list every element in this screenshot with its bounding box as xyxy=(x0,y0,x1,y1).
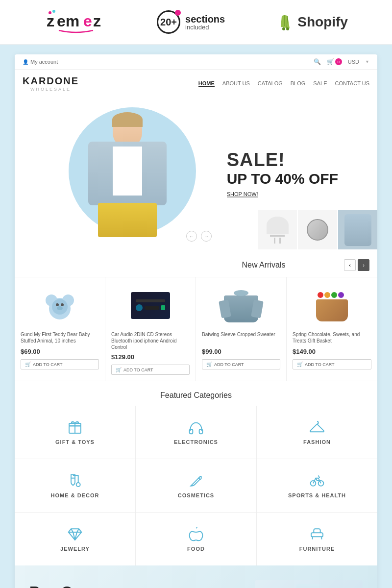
brush-icon xyxy=(188,473,204,489)
store-topbar: 👤 My account 🔍 🛒 0 USD ▼ xyxy=(15,54,377,70)
category-jewelry[interactable]: JEWELRY xyxy=(15,513,135,565)
top-banner: z em e z 20+ sections included Shopify xyxy=(0,0,392,45)
nav-blog[interactable]: BLOG xyxy=(291,80,306,87)
product-img-2 xyxy=(202,283,280,327)
category-cosmetics-label: COSMETICS xyxy=(178,492,214,498)
cart-icon-2: 🛒 xyxy=(206,362,212,367)
product-card-1: Car Audio 2DIN CD Stereos Bluetooth ipod… xyxy=(105,277,196,381)
categories-grid: GIFT & TOYS ELECTRONICS xyxy=(15,406,377,565)
zemes-logo: z em e z xyxy=(44,9,108,35)
product-price-0: $69.00 xyxy=(21,348,99,355)
add-to-cart-2[interactable]: 🛒 ADD TO CART xyxy=(202,359,280,369)
cart-icon-1: 🛒 xyxy=(116,367,122,372)
account-area[interactable]: 👤 My account xyxy=(23,59,58,65)
promo-banner: Buy One Get One FREE SHOP NOW xyxy=(15,565,377,588)
category-fashion[interactable]: FASHION xyxy=(257,406,377,459)
nav-home[interactable]: HOME xyxy=(198,80,215,87)
category-furniture[interactable]: FURNITURE xyxy=(257,513,377,565)
svg-point-4 xyxy=(49,11,51,14)
category-fashion-label: FASHION xyxy=(303,439,331,445)
svg-text:z: z xyxy=(47,12,54,30)
svg-point-19 xyxy=(76,483,80,487)
cart-count: 0 xyxy=(335,58,342,65)
svg-rect-18 xyxy=(199,429,203,434)
furniture-icon xyxy=(309,526,325,542)
category-food[interactable]: FOOD xyxy=(136,513,256,565)
hanger-icon xyxy=(309,419,325,435)
category-home-decor-label: HOME & DECOR xyxy=(51,492,99,498)
hero-prev-arrow[interactable]: ← xyxy=(186,231,197,242)
hero-arrows: ← → xyxy=(186,231,212,242)
nav-catalog[interactable]: CATALOG xyxy=(258,80,283,87)
product-card-0: Gund My First Teddy Bear Baby Stuffed An… xyxy=(15,277,105,381)
cart-icon-3: 🛒 xyxy=(297,362,303,367)
hero-thumb-chair[interactable] xyxy=(258,210,297,249)
add-to-cart-0[interactable]: 🛒 ADD TO CART xyxy=(21,359,99,369)
svg-point-6 xyxy=(282,27,285,30)
add-to-cart-3[interactable]: 🛒 ADD TO CART xyxy=(293,359,371,369)
category-jewelry-label: JEWELRY xyxy=(60,546,90,552)
category-home-decor[interactable]: HOME & DECOR xyxy=(15,459,135,512)
nav-sale[interactable]: SALE xyxy=(313,80,327,87)
product-img-3 xyxy=(293,283,371,327)
hero-next-arrow[interactable]: → xyxy=(201,231,212,242)
category-electronics[interactable]: ELECTRONICS xyxy=(136,406,256,459)
category-food-label: FOOD xyxy=(187,546,205,552)
nav-contact[interactable]: CONTACT US xyxy=(335,80,370,87)
store-nav: KARDONE WHOLESALE HOME ABOUT US CATALOG … xyxy=(15,70,377,98)
product-card-2: Batwing Sleeve Cropped Sweater $99.00 🛒 … xyxy=(196,277,287,381)
svg-point-14 xyxy=(57,306,63,310)
currency-selector[interactable]: USD xyxy=(348,59,359,65)
bike-icon xyxy=(309,473,325,489)
product-name-3: Spring Chocolate, Sweets, and Treats Gif… xyxy=(293,331,371,345)
brand-logo: KARDONE WHOLESALE xyxy=(23,75,79,92)
svg-point-21 xyxy=(318,481,324,486)
paint-icon xyxy=(67,473,83,489)
account-label: My account xyxy=(30,59,58,65)
promo-image xyxy=(255,580,363,588)
svg-rect-17 xyxy=(190,429,193,434)
category-sports-health-label: SPORTS & HEALTH xyxy=(288,492,346,498)
svg-point-12 xyxy=(56,303,59,306)
add-to-cart-1[interactable]: 🛒 ADD TO CART xyxy=(111,365,190,375)
product-price-2: $99.00 xyxy=(202,348,280,355)
category-electronics-label: ELECTRONICS xyxy=(174,439,218,445)
cart-button[interactable]: 🛒 0 xyxy=(327,58,342,65)
promo-heading: Buy One Get One FREE xyxy=(29,583,130,588)
svg-point-5 xyxy=(52,10,55,13)
category-gift-toys[interactable]: GIFT & TOYS xyxy=(15,406,135,459)
hero-thumb-speaker[interactable] xyxy=(298,210,337,249)
nav-links: HOME ABOUT US CATALOG BLOG SALE CONTACT … xyxy=(198,80,369,87)
arrivals-prev-btn[interactable]: ‹ xyxy=(344,259,356,271)
category-cosmetics[interactable]: COSMETICS xyxy=(136,459,256,512)
promo-text: Buy One Get One FREE SHOP NOW xyxy=(29,583,130,588)
featured-categories-title: Featured Categories xyxy=(15,381,377,406)
product-name-2: Batwing Sleeve Cropped Sweater xyxy=(202,331,280,345)
hero-model-image xyxy=(71,102,184,245)
svg-text:e: e xyxy=(83,12,92,30)
search-icon[interactable]: 🔍 xyxy=(314,58,321,65)
hero-cta-button[interactable]: SHOP NOW! xyxy=(227,191,258,197)
svg-rect-22 xyxy=(311,533,323,537)
product-card-3: Spring Chocolate, Sweets, and Treats Gif… xyxy=(287,277,377,381)
svg-point-13 xyxy=(61,303,64,306)
featured-categories-section: Featured Categories GIFT & TOYS xyxy=(15,381,377,565)
svg-point-20 xyxy=(311,481,316,486)
new-arrivals-header: New Arrivals ‹ › xyxy=(15,249,377,277)
product-price-1: $129.00 xyxy=(111,353,190,361)
arrivals-next-btn[interactable]: › xyxy=(358,259,369,271)
product-img-1 xyxy=(111,283,190,327)
hero-thumb-jacket[interactable] xyxy=(338,210,377,249)
shopify-logo: Shopify xyxy=(274,12,348,32)
product-name-1: Car Audio 2DIN CD Stereos Bluetooth ipod… xyxy=(111,331,190,350)
sections-badge: 20+ sections included xyxy=(157,10,225,34)
category-gift-toys-label: GIFT & TOYS xyxy=(55,439,95,445)
store-card: 👤 My account 🔍 🛒 0 USD ▼ KARDONE WHOLESA… xyxy=(15,54,377,588)
nav-about[interactable]: ABOUT US xyxy=(222,80,250,87)
product-img-0 xyxy=(21,283,99,327)
diamond-icon xyxy=(67,526,83,542)
new-arrivals-title: New Arrivals xyxy=(183,261,344,270)
products-grid: Gund My First Teddy Bear Baby Stuffed An… xyxy=(15,277,377,381)
category-sports-health[interactable]: SPORTS & HEALTH xyxy=(257,459,377,512)
product-name-0: Gund My First Teddy Bear Baby Stuffed An… xyxy=(21,331,99,345)
